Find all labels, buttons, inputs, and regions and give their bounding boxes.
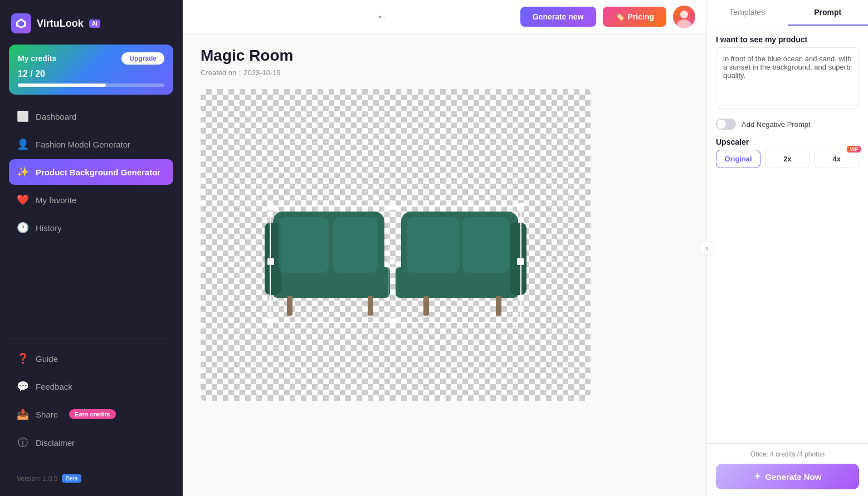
negative-prompt-label: Add Negative Prompt [742,120,811,129]
svg-rect-22 [517,203,524,210]
upscaler-section: Upscaler Original 2x 4x VIP [716,137,859,168]
image-canvas[interactable] [201,89,591,401]
ai-badge: AI [89,19,100,28]
negative-prompt-toggle[interactable] [716,119,736,130]
svg-rect-12 [333,217,378,273]
main-content: Generate new 🏷️ Pricing ← Magic Room [183,0,706,496]
upgrade-button[interactable]: Upgrade [121,52,164,65]
version-area: Version: 1.0.5 Beta [9,470,173,487]
svg-rect-21 [267,203,274,210]
sidebar-item-my-favorite[interactable]: ❤️ My favorite [9,187,173,213]
panel-chevron[interactable]: › [699,240,715,256]
svg-rect-18 [423,296,429,316]
canvas-area: Magic Room Created on：2023-10-19 [183,33,706,496]
sidebar-item-label: Dashboard [36,112,76,121]
sparkle-icon: ✨ [17,166,29,178]
svg-rect-26 [389,318,396,323]
svg-rect-16 [287,296,292,316]
person-icon: 👤 [17,138,29,150]
generate-label: Generate Now [765,472,822,482]
credits-bar-fill [18,84,106,87]
upscaler-options: Original 2x 4x VIP [716,150,859,168]
sidebar-item-fashion-model[interactable]: 👤 Fashion Model Generator [9,131,173,157]
pricing-icon: 🏷️ [615,12,625,21]
upscaler-2x-button[interactable]: 2x [765,150,810,168]
upscaler-4x-button[interactable]: 4x VIP [815,150,859,168]
pricing-button[interactable]: 🏷️ Pricing [603,7,666,27]
sidebar-item-label: History [36,223,62,233]
sidebar-item-dashboard[interactable]: ⬜ Dashboard [9,104,173,129]
sidebar-item-label: Fashion Model Generator [36,140,130,149]
generate-now-button[interactable]: ✦ Generate Now [716,464,859,489]
credits-amount: 12 / 20 [18,69,164,79]
generate-new-button[interactable]: Generate new [520,7,596,27]
prompt-textarea[interactable]: in front of the blue ocean and sand, wit… [716,47,859,109]
disclaimer-icon: ⓘ [17,436,29,449]
upscaler-original-button[interactable]: Original [716,150,760,168]
back-button[interactable]: ← [377,10,388,23]
sidebar-item-label: Product Background Generator [36,168,160,177]
credits-title: My credits [18,54,56,63]
earn-credits-badge: Earn credits [69,409,116,419]
tab-templates[interactable]: Templates [707,0,788,26]
toggle-knob [717,120,726,129]
svg-rect-24 [517,318,524,323]
sidebar-item-feedback[interactable]: 💬 Feedback [9,374,173,399]
panel-body: I want to see my product in front of the… [707,26,868,443]
version-text: Version: 1.0.5 [17,475,57,483]
prompt-section: I want to see my product in front of the… [716,35,859,111]
product-image [256,167,535,323]
clock-icon: 🕐 [17,222,29,234]
created-date: Created on：2023-10-19 [201,68,689,78]
sidebar-item-history[interactable]: 🕐 History [9,215,173,240]
page-title: Magic Room [201,47,689,65]
svg-rect-17 [368,296,373,316]
sidebar-item-label: My favorite [36,195,76,205]
guide-icon: ❓ [17,352,29,365]
panel-footer: Once: 4 credits /4 photos ✦ Generate Now [707,443,868,496]
sidebar-item-label: Guide [36,354,58,364]
avatar[interactable] [673,6,695,28]
beta-badge: Beta [62,474,81,483]
credits-bar-background [18,84,164,87]
negative-prompt-row: Add Negative Prompt [716,119,859,130]
sidebar-item-disclaimer[interactable]: ⓘ Disclaimer [9,429,173,456]
generate-icon: ✦ [754,472,761,482]
svg-rect-14 [462,217,510,273]
sidebar-item-product-bg[interactable]: ✨ Product Background Generator [9,159,173,185]
credits-info: Once: 4 credits /4 photos [716,450,859,458]
nav-divider [9,338,173,339]
logo-icon [11,13,31,33]
svg-rect-25 [389,203,396,210]
svg-rect-19 [496,296,501,316]
logo-area: VirtuLook AI [9,9,173,42]
svg-rect-11 [279,217,329,273]
feedback-icon: 💬 [17,380,29,392]
sidebar-item-label: Feedback [36,382,72,391]
prompt-label: I want to see my product [716,35,859,44]
svg-rect-13 [407,217,460,273]
heart-icon: ❤️ [17,194,29,206]
share-icon: 📤 [17,408,29,420]
dashboard-icon: ⬜ [17,110,29,122]
app-name: VirtuLook [37,18,84,30]
vip-badge: VIP [847,146,861,153]
main-header: Generate new 🏷️ Pricing [183,0,706,33]
right-panel: › Templates Prompt I want to see my prod… [706,0,868,496]
sidebar-item-guide[interactable]: ❓ Guide [9,346,173,371]
svg-rect-27 [267,258,274,265]
tab-prompt[interactable]: Prompt [788,0,869,26]
sidebar-item-share[interactable]: 📤 Share Earn credits [9,401,173,427]
sidebar: VirtuLook AI My credits Upgrade 12 / 20 … [0,0,183,496]
panel-tabs: Templates Prompt [707,0,868,26]
sidebar-item-label: Disclaimer [36,438,75,448]
svg-rect-28 [517,258,524,265]
version-divider [9,463,173,463]
svg-point-3 [680,11,688,18]
pricing-label: Pricing [628,12,654,21]
upscaler-label: Upscaler [716,137,859,146]
sidebar-item-label: Share [36,410,58,419]
svg-rect-23 [267,318,274,323]
svg-point-29 [389,258,396,265]
credits-card: My credits Upgrade 12 / 20 [9,45,173,95]
